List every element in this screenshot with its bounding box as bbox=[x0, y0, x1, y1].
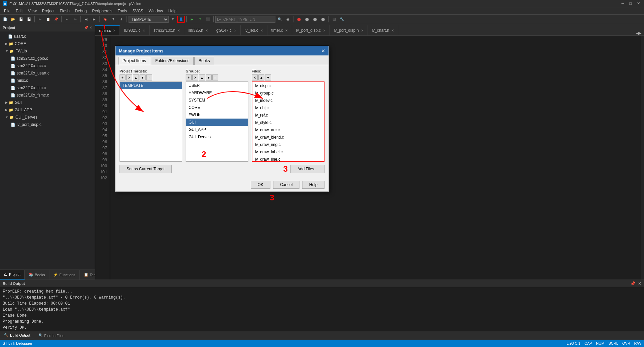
build-tab-find[interactable]: 🔍 Find In Files bbox=[34, 332, 68, 339]
view-toggle-btn[interactable]: ▤ bbox=[330, 16, 338, 23]
file-item[interactable]: lv_indev.c bbox=[252, 97, 324, 104]
tree-folder-fwlib[interactable]: ▼ 📁 FWLib bbox=[0, 47, 95, 55]
tab-close-btn[interactable]: ✕ bbox=[143, 29, 145, 32]
tree-folder-core[interactable]: ▶ 📁 CORE bbox=[0, 40, 95, 47]
file-item[interactable]: lv_draw_label.c bbox=[252, 148, 324, 156]
paste-btn[interactable]: 📌 bbox=[52, 16, 60, 23]
save-all-btn[interactable]: 💾 bbox=[25, 16, 33, 23]
tab-close-btn[interactable]: ✕ bbox=[260, 29, 263, 32]
groups-add-btn[interactable]: + bbox=[186, 74, 192, 80]
group-item[interactable]: GUI_Derves bbox=[186, 133, 248, 141]
cancel-btn[interactable]: Cancel bbox=[273, 181, 299, 189]
tree-item[interactable]: 📄 stm32f10x_fsmc.c bbox=[0, 92, 95, 99]
menu-view[interactable]: View bbox=[25, 8, 39, 14]
debug3-btn[interactable]: ⬤ bbox=[311, 16, 318, 23]
files-delete-btn[interactable]: ✕ bbox=[252, 74, 258, 80]
dialog-tab-folders[interactable]: Folders/Extensions bbox=[151, 57, 194, 65]
set-current-target-btn[interactable]: Set as Current Target bbox=[120, 165, 172, 173]
maximize-button[interactable]: □ bbox=[628, 1, 633, 6]
tab-close-btn[interactable]: ✕ bbox=[113, 29, 116, 32]
dialog-tab-project-items[interactable]: Project Items bbox=[118, 57, 150, 65]
copy-btn[interactable]: 📋 bbox=[44, 16, 52, 23]
file-item[interactable]: lv_obj.c bbox=[252, 104, 324, 112]
menu-debug[interactable]: Debug bbox=[72, 8, 89, 14]
sidebar-pin-btn[interactable]: 📌 bbox=[84, 26, 88, 29]
bookmark-btn[interactable]: 🔖 bbox=[101, 16, 109, 23]
tab-close-btn[interactable]: ✕ bbox=[205, 29, 208, 32]
tab-stm32f10x-h[interactable]: stm32f10x.h ✕ bbox=[150, 25, 184, 35]
tree-item[interactable]: 📄 stm32f10x_tim.c bbox=[0, 84, 95, 92]
dialog-close-btn[interactable]: ✕ bbox=[321, 48, 325, 53]
minimize-button[interactable]: ─ bbox=[620, 1, 626, 6]
tab-scroll-left[interactable]: ◀ bbox=[636, 31, 639, 35]
group-item[interactable]: CORE bbox=[186, 104, 248, 111]
targets-down-btn[interactable]: ▼ bbox=[140, 74, 146, 80]
debug4-btn[interactable]: ⬤ bbox=[319, 16, 327, 23]
menu-window[interactable]: Window bbox=[146, 8, 166, 14]
target-options-btn[interactable]: ⚙ bbox=[169, 16, 177, 23]
open-btn[interactable]: 📂 bbox=[9, 16, 17, 23]
target-item-template[interactable]: TEMPLATE bbox=[120, 82, 182, 89]
tree-item[interactable]: 📄 usart.c bbox=[0, 33, 95, 40]
view2-btn[interactable]: 🔧 bbox=[338, 16, 346, 23]
tab-gt9147-c[interactable]: gt9147.c ✕ bbox=[212, 25, 241, 35]
file-item[interactable]: lv_draw_line.c bbox=[252, 156, 324, 162]
tab-lv-port-disp-c[interactable]: lv_port_disp.c ✕ bbox=[292, 25, 330, 35]
tab-ili9325-c[interactable]: ILI9325.c ✕ bbox=[120, 25, 149, 35]
sidebar-tab-project[interactable]: 🗂 Project bbox=[0, 270, 25, 280]
group-item[interactable]: SYSTEM bbox=[186, 97, 248, 104]
menu-peripherals[interactable]: Peripherals bbox=[89, 8, 115, 14]
new-file-btn[interactable]: 📄 bbox=[1, 16, 9, 23]
tab-close-btn[interactable]: ✕ bbox=[391, 29, 394, 32]
menu-flash[interactable]: Flash bbox=[57, 8, 72, 14]
vertical-scrollbar[interactable] bbox=[641, 36, 644, 280]
group-item[interactable]: USER bbox=[186, 82, 248, 89]
targets-up-btn[interactable]: ▲ bbox=[133, 74, 139, 80]
tree-item[interactable]: 📄 misc.c bbox=[0, 77, 95, 84]
search-input[interactable] bbox=[215, 16, 275, 23]
menu-edit[interactable]: Edit bbox=[13, 8, 25, 14]
tab-close-btn[interactable]: ✕ bbox=[323, 29, 326, 32]
stop-btn[interactable]: ⬛ bbox=[204, 16, 212, 23]
targets-add-btn[interactable]: + bbox=[120, 74, 126, 80]
group-item[interactable]: HARDWARE bbox=[186, 89, 248, 97]
files-up-btn[interactable]: ▲ bbox=[258, 74, 264, 80]
help-btn[interactable]: Help bbox=[302, 181, 325, 189]
files-down-btn[interactable]: ▼ bbox=[265, 74, 271, 80]
tab-scroll-right[interactable]: ▶ bbox=[639, 31, 641, 35]
nav-back-btn[interactable]: ◀ bbox=[82, 16, 90, 23]
tab-lv-chart-h[interactable]: lv_chart.h ✕ bbox=[368, 25, 398, 35]
groups-right-arrow[interactable]: → bbox=[212, 74, 218, 80]
search-go-btn[interactable]: 🔍 bbox=[276, 16, 283, 23]
cut-btn[interactable]: ✂ bbox=[36, 16, 44, 23]
file-item[interactable]: lv_group.c bbox=[252, 90, 324, 97]
tab-lv-led-c[interactable]: lv_led.c ✕ bbox=[241, 25, 267, 35]
group-item[interactable]: FWLib bbox=[186, 111, 248, 119]
redo-btn[interactable]: ↪ bbox=[71, 16, 79, 23]
build-close-btn[interactable]: ✕ bbox=[638, 281, 641, 286]
file-item[interactable]: lv_draw_img.c bbox=[252, 141, 324, 148]
tab-lv-port-disp-h[interactable]: lv_port_disp.h ✕ bbox=[330, 25, 368, 35]
targets-delete-btn[interactable]: ✕ bbox=[126, 74, 132, 80]
dialog-tab-books[interactable]: Books bbox=[194, 57, 214, 65]
tab-close-btn[interactable]: ✕ bbox=[177, 29, 180, 32]
tree-item[interactable]: 📄 stm32f10x_usart.c bbox=[0, 69, 95, 77]
next-bookmark-btn[interactable]: ⬇ bbox=[118, 16, 125, 23]
manage-project-btn[interactable]: 👤 bbox=[177, 16, 185, 23]
tab-timer-c[interactable]: timer.c ✕ bbox=[267, 25, 292, 35]
search-options-btn[interactable]: ◉ bbox=[284, 16, 291, 23]
tab-close-btn[interactable]: ✕ bbox=[361, 29, 364, 32]
tab-close-btn[interactable]: ✕ bbox=[285, 29, 288, 32]
file-item[interactable]: lv_style.c bbox=[252, 119, 324, 126]
sidebar-close-btn[interactable]: ✕ bbox=[89, 26, 92, 29]
menu-tools[interactable]: Tools bbox=[115, 8, 130, 14]
file-item[interactable]: lv_draw_arc.c bbox=[252, 126, 324, 134]
file-item[interactable]: lv_ref.c bbox=[252, 112, 324, 119]
groups-delete-btn[interactable]: ✕ bbox=[192, 74, 198, 80]
sidebar-tab-books[interactable]: 📚 Books bbox=[25, 270, 49, 280]
nav-fwd-btn[interactable]: ▶ bbox=[90, 16, 98, 23]
groups-down-btn[interactable]: ▼ bbox=[206, 74, 212, 80]
tree-folder-gui[interactable]: ▶ 📁 GUI bbox=[0, 99, 95, 106]
menu-file[interactable]: File bbox=[1, 8, 13, 14]
ok-btn[interactable]: OK bbox=[251, 181, 270, 189]
